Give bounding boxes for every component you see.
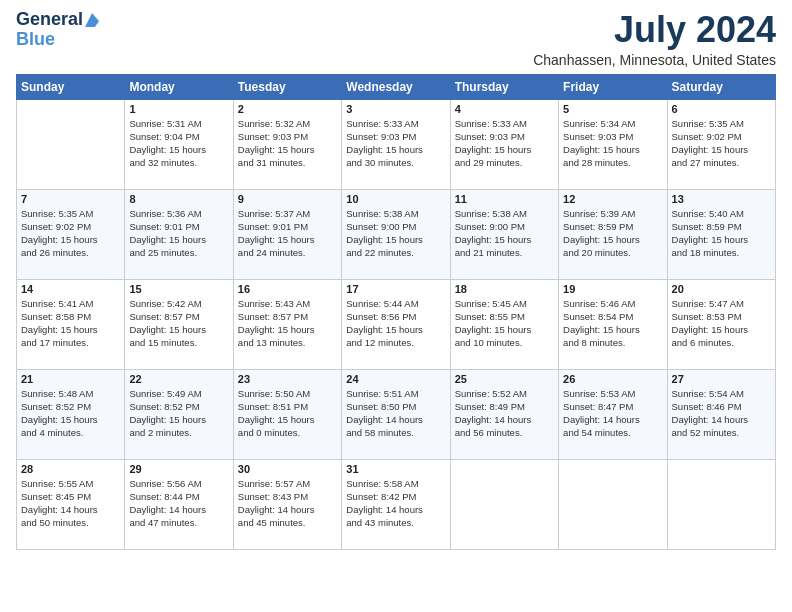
month-title: July 2024 <box>533 10 776 50</box>
day-cell: 15Sunrise: 5:42 AMSunset: 8:57 PMDayligh… <box>125 279 233 369</box>
day-cell: 13Sunrise: 5:40 AMSunset: 8:59 PMDayligh… <box>667 189 775 279</box>
day-cell: 10Sunrise: 5:38 AMSunset: 9:00 PMDayligh… <box>342 189 450 279</box>
day-cell: 8Sunrise: 5:36 AMSunset: 9:01 PMDaylight… <box>125 189 233 279</box>
weekday-header-tuesday: Tuesday <box>233 74 341 99</box>
day-info: Sunrise: 5:54 AMSunset: 8:46 PMDaylight:… <box>672 387 771 440</box>
day-number: 28 <box>21 463 120 475</box>
day-info: Sunrise: 5:57 AMSunset: 8:43 PMDaylight:… <box>238 477 337 530</box>
day-cell: 25Sunrise: 5:52 AMSunset: 8:49 PMDayligh… <box>450 369 558 459</box>
calendar-table: SundayMondayTuesdayWednesdayThursdayFrid… <box>16 74 776 550</box>
day-number: 16 <box>238 283 337 295</box>
day-info: Sunrise: 5:38 AMSunset: 9:00 PMDaylight:… <box>346 207 445 260</box>
day-info: Sunrise: 5:33 AMSunset: 9:03 PMDaylight:… <box>346 117 445 170</box>
day-info: Sunrise: 5:41 AMSunset: 8:58 PMDaylight:… <box>21 297 120 350</box>
day-cell: 1Sunrise: 5:31 AMSunset: 9:04 PMDaylight… <box>125 99 233 189</box>
day-cell: 12Sunrise: 5:39 AMSunset: 8:59 PMDayligh… <box>559 189 667 279</box>
location: Chanhassen, Minnesota, United States <box>533 52 776 68</box>
day-info: Sunrise: 5:40 AMSunset: 8:59 PMDaylight:… <box>672 207 771 260</box>
day-number: 14 <box>21 283 120 295</box>
day-number: 31 <box>346 463 445 475</box>
day-info: Sunrise: 5:38 AMSunset: 9:00 PMDaylight:… <box>455 207 554 260</box>
day-number: 5 <box>563 103 662 115</box>
day-number: 15 <box>129 283 228 295</box>
day-cell <box>17 99 125 189</box>
day-info: Sunrise: 5:45 AMSunset: 8:55 PMDaylight:… <box>455 297 554 350</box>
week-row-4: 21Sunrise: 5:48 AMSunset: 8:52 PMDayligh… <box>17 369 776 459</box>
day-cell <box>450 459 558 549</box>
day-info: Sunrise: 5:43 AMSunset: 8:57 PMDaylight:… <box>238 297 337 350</box>
day-cell: 17Sunrise: 5:44 AMSunset: 8:56 PMDayligh… <box>342 279 450 369</box>
day-info: Sunrise: 5:55 AMSunset: 8:45 PMDaylight:… <box>21 477 120 530</box>
weekday-header-saturday: Saturday <box>667 74 775 99</box>
day-cell: 16Sunrise: 5:43 AMSunset: 8:57 PMDayligh… <box>233 279 341 369</box>
day-cell: 31Sunrise: 5:58 AMSunset: 8:42 PMDayligh… <box>342 459 450 549</box>
day-cell: 7Sunrise: 5:35 AMSunset: 9:02 PMDaylight… <box>17 189 125 279</box>
day-cell: 6Sunrise: 5:35 AMSunset: 9:02 PMDaylight… <box>667 99 775 189</box>
day-info: Sunrise: 5:52 AMSunset: 8:49 PMDaylight:… <box>455 387 554 440</box>
day-cell: 23Sunrise: 5:50 AMSunset: 8:51 PMDayligh… <box>233 369 341 459</box>
day-cell <box>559 459 667 549</box>
day-info: Sunrise: 5:36 AMSunset: 9:01 PMDaylight:… <box>129 207 228 260</box>
day-cell: 21Sunrise: 5:48 AMSunset: 8:52 PMDayligh… <box>17 369 125 459</box>
day-number: 25 <box>455 373 554 385</box>
week-row-1: 1Sunrise: 5:31 AMSunset: 9:04 PMDaylight… <box>17 99 776 189</box>
weekday-header-thursday: Thursday <box>450 74 558 99</box>
day-info: Sunrise: 5:56 AMSunset: 8:44 PMDaylight:… <box>129 477 228 530</box>
day-number: 24 <box>346 373 445 385</box>
day-info: Sunrise: 5:53 AMSunset: 8:47 PMDaylight:… <box>563 387 662 440</box>
day-number: 18 <box>455 283 554 295</box>
day-info: Sunrise: 5:47 AMSunset: 8:53 PMDaylight:… <box>672 297 771 350</box>
day-cell: 5Sunrise: 5:34 AMSunset: 9:03 PMDaylight… <box>559 99 667 189</box>
day-number: 21 <box>21 373 120 385</box>
day-number: 17 <box>346 283 445 295</box>
day-info: Sunrise: 5:42 AMSunset: 8:57 PMDaylight:… <box>129 297 228 350</box>
day-number: 30 <box>238 463 337 475</box>
weekday-header-friday: Friday <box>559 74 667 99</box>
day-cell: 30Sunrise: 5:57 AMSunset: 8:43 PMDayligh… <box>233 459 341 549</box>
day-cell: 29Sunrise: 5:56 AMSunset: 8:44 PMDayligh… <box>125 459 233 549</box>
day-cell: 3Sunrise: 5:33 AMSunset: 9:03 PMDaylight… <box>342 99 450 189</box>
day-number: 11 <box>455 193 554 205</box>
week-row-2: 7Sunrise: 5:35 AMSunset: 9:02 PMDaylight… <box>17 189 776 279</box>
day-info: Sunrise: 5:31 AMSunset: 9:04 PMDaylight:… <box>129 117 228 170</box>
day-number: 1 <box>129 103 228 115</box>
day-number: 20 <box>672 283 771 295</box>
day-number: 10 <box>346 193 445 205</box>
day-cell: 2Sunrise: 5:32 AMSunset: 9:03 PMDaylight… <box>233 99 341 189</box>
day-cell: 28Sunrise: 5:55 AMSunset: 8:45 PMDayligh… <box>17 459 125 549</box>
title-area: July 2024 Chanhassen, Minnesota, United … <box>533 10 776 68</box>
day-info: Sunrise: 5:39 AMSunset: 8:59 PMDaylight:… <box>563 207 662 260</box>
day-cell: 18Sunrise: 5:45 AMSunset: 8:55 PMDayligh… <box>450 279 558 369</box>
day-number: 22 <box>129 373 228 385</box>
logo: General Blue <box>16 10 99 50</box>
day-number: 19 <box>563 283 662 295</box>
day-number: 6 <box>672 103 771 115</box>
day-cell: 20Sunrise: 5:47 AMSunset: 8:53 PMDayligh… <box>667 279 775 369</box>
weekday-header-row: SundayMondayTuesdayWednesdayThursdayFrid… <box>17 74 776 99</box>
day-info: Sunrise: 5:44 AMSunset: 8:56 PMDaylight:… <box>346 297 445 350</box>
day-info: Sunrise: 5:51 AMSunset: 8:50 PMDaylight:… <box>346 387 445 440</box>
day-cell: 11Sunrise: 5:38 AMSunset: 9:00 PMDayligh… <box>450 189 558 279</box>
day-cell: 22Sunrise: 5:49 AMSunset: 8:52 PMDayligh… <box>125 369 233 459</box>
day-info: Sunrise: 5:35 AMSunset: 9:02 PMDaylight:… <box>21 207 120 260</box>
day-number: 26 <box>563 373 662 385</box>
weekday-header-sunday: Sunday <box>17 74 125 99</box>
day-number: 2 <box>238 103 337 115</box>
day-info: Sunrise: 5:50 AMSunset: 8:51 PMDaylight:… <box>238 387 337 440</box>
day-number: 13 <box>672 193 771 205</box>
day-info: Sunrise: 5:32 AMSunset: 9:03 PMDaylight:… <box>238 117 337 170</box>
page: General Blue July 2024 Chanhassen, Minne… <box>0 0 792 612</box>
day-cell: 4Sunrise: 5:33 AMSunset: 9:03 PMDaylight… <box>450 99 558 189</box>
day-number: 23 <box>238 373 337 385</box>
day-info: Sunrise: 5:46 AMSunset: 8:54 PMDaylight:… <box>563 297 662 350</box>
day-cell: 27Sunrise: 5:54 AMSunset: 8:46 PMDayligh… <box>667 369 775 459</box>
logo-blue: Blue <box>16 30 55 50</box>
day-cell: 9Sunrise: 5:37 AMSunset: 9:01 PMDaylight… <box>233 189 341 279</box>
weekday-header-wednesday: Wednesday <box>342 74 450 99</box>
day-info: Sunrise: 5:33 AMSunset: 9:03 PMDaylight:… <box>455 117 554 170</box>
day-cell: 14Sunrise: 5:41 AMSunset: 8:58 PMDayligh… <box>17 279 125 369</box>
week-row-5: 28Sunrise: 5:55 AMSunset: 8:45 PMDayligh… <box>17 459 776 549</box>
day-cell: 19Sunrise: 5:46 AMSunset: 8:54 PMDayligh… <box>559 279 667 369</box>
day-info: Sunrise: 5:37 AMSunset: 9:01 PMDaylight:… <box>238 207 337 260</box>
week-row-3: 14Sunrise: 5:41 AMSunset: 8:58 PMDayligh… <box>17 279 776 369</box>
